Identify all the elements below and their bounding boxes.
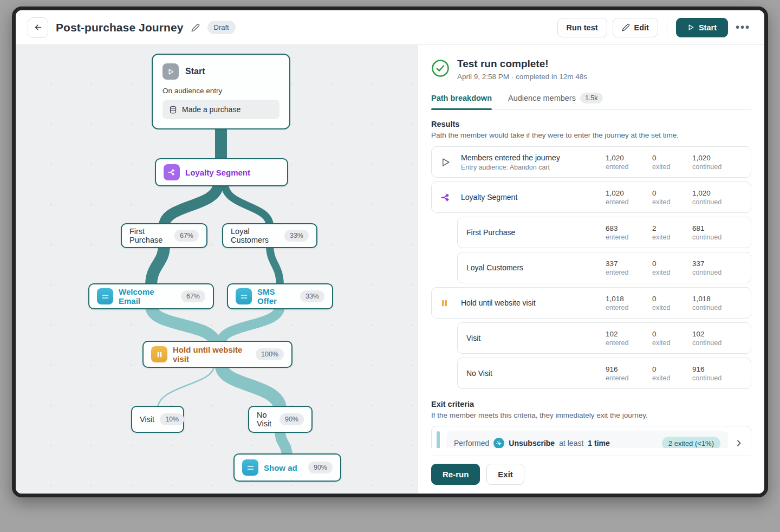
exit-button[interactable]: Exit [486, 464, 524, 485]
continued-value: 1,018 [692, 295, 742, 303]
action-icon [97, 288, 113, 304]
exit-rule: Performed Unsubscribe at least 1 time 2 … [446, 431, 728, 448]
entered-value: 1,020 [606, 189, 652, 197]
rerun-button[interactable]: Re-run [431, 464, 480, 485]
result-row-first-purchase[interactable]: First Purchase 683entered 2exited 681con… [457, 217, 751, 248]
percent-badge: 67% [174, 230, 199, 242]
continued-value: 102 [692, 330, 742, 338]
exited-value: 0 [652, 330, 692, 338]
database-icon [169, 106, 177, 114]
exit-criteria-section: Exit criteria If the member meets this c… [431, 400, 751, 448]
exited-value: 0 [652, 365, 692, 373]
continued-label: continued [692, 339, 742, 347]
panel-tabs: Path breakdown Audience members 1.5k [431, 93, 751, 110]
exited-value: 0 [652, 189, 692, 197]
results-section[interactable]: Results Path the member would take if th… [431, 120, 751, 448]
entered-label: entered [606, 339, 652, 347]
edit-button[interactable]: Edit [613, 18, 658, 37]
entered-label: entered [606, 269, 652, 276]
run-test-button[interactable]: Run test [557, 18, 607, 37]
exit-criteria-description: If the member meets this criteria, they … [431, 411, 751, 419]
chevron-right-icon[interactable] [734, 439, 743, 447]
exited-value: 0 [652, 295, 692, 303]
result-row-members-entered[interactable]: Members entered the journey Entry audien… [431, 146, 751, 178]
continued-value: 337 [692, 259, 742, 268]
row-title: Visit [466, 334, 480, 342]
continued-value: 1,020 [692, 189, 742, 197]
rename-icon[interactable] [191, 23, 200, 32]
pause-icon [151, 346, 167, 362]
percent-badge: 100% [256, 348, 284, 360]
continued-label: continued [692, 374, 742, 382]
exited-value: 0 [652, 154, 692, 162]
panel-footer: Re-run Exit [431, 456, 751, 485]
exit-criteria-heading: Exit criteria [431, 400, 751, 408]
node-loyal-customers[interactable]: Loyal Customers 33% [222, 223, 317, 248]
entered-label: entered [606, 374, 652, 382]
entered-label: entered [606, 304, 652, 312]
test-run-panel: Test run complete! April 9, 2:58 PM · co… [418, 45, 764, 494]
node-sms-offer[interactable]: SMS Offer 33% [227, 283, 333, 309]
node-label: Visit [140, 415, 154, 424]
percent-badge: 90% [308, 462, 333, 473]
node-show-ad[interactable]: Show ad 90% [233, 453, 341, 482]
audience-count-badge: 1.5k [580, 93, 603, 103]
node-loyalty-segment[interactable]: Loyalty Segment [155, 158, 288, 186]
tab-label: Audience members [508, 94, 576, 102]
start-node-condition[interactable]: Made a purchase [162, 100, 280, 119]
percent-badge: 10% [160, 413, 184, 425]
start-node-subtitle: On audience entry [162, 87, 280, 95]
exited-label: exited [652, 269, 692, 276]
start-play-icon [687, 24, 694, 31]
pause-icon [440, 299, 454, 307]
node-hold-until-website-visit[interactable]: Hold until website visit 100% [142, 341, 292, 368]
result-row-visit[interactable]: Visit 102entered 0exited 102continued [457, 322, 751, 354]
edit-label: Edit [634, 23, 649, 32]
row-subtitle: Entry audience: Abandon cart [461, 164, 560, 171]
node-label: Loyalty Segment [185, 168, 250, 177]
node-label: Welcome Email [119, 287, 176, 306]
test-run-title: Test run complete! [457, 58, 587, 70]
start-condition-label: Made a purchase [182, 105, 240, 114]
edit-pencil-icon [622, 23, 630, 31]
node-no-visit[interactable]: No Visit 90% [248, 406, 313, 433]
node-welcome-email[interactable]: Welcome Email 67% [88, 283, 214, 309]
action-icon [242, 459, 258, 476]
tab-path-breakdown[interactable]: Path breakdown [431, 93, 492, 109]
node-label: No Visit [257, 411, 274, 428]
node-start[interactable]: Start On audience entry Made a purchase [152, 54, 290, 129]
result-row-loyalty-segment[interactable]: Loyalty Segment 1,020entered 0exited 1,0… [431, 181, 751, 213]
entered-value: 683 [606, 224, 652, 232]
status-badge: Draft [207, 21, 236, 34]
event-name: Unsubscribe [509, 439, 555, 447]
tab-audience-members[interactable]: Audience members 1.5k [508, 93, 603, 109]
more-menu-button[interactable]: ••• [733, 21, 752, 34]
rerun-label: Re-run [443, 470, 469, 479]
entered-label: entered [606, 233, 652, 241]
segment-split-icon [164, 164, 180, 180]
node-label: Hold until website visit [173, 345, 250, 364]
app-window: Post-purchase Journey Draft Run test Edi… [12, 7, 768, 497]
journey-canvas[interactable]: Start On audience entry Made a purchase … [16, 45, 418, 494]
condition-value: 1 time [588, 439, 609, 447]
row-title: Members entered the journey [461, 153, 560, 162]
continued-label: continued [692, 163, 742, 171]
start-button[interactable]: Start [676, 18, 728, 37]
result-row-hold[interactable]: Hold until website visit 1,018entered 0e… [431, 287, 751, 319]
node-first-purchase[interactable]: First Purchase 67% [121, 223, 207, 248]
segment-split-icon [440, 192, 454, 203]
continued-value: 681 [692, 224, 742, 232]
result-row-loyal-customers[interactable]: Loyal Customers 337entered 0exited 337co… [457, 252, 751, 283]
results-heading: Results [431, 120, 751, 128]
entered-value: 337 [606, 259, 652, 268]
percent-badge: 33% [300, 290, 324, 302]
header-divider [667, 20, 667, 36]
result-row-no-visit[interactable]: No Visit 916entered 0exited 916continued [457, 358, 751, 389]
back-arrow-icon [34, 23, 43, 32]
node-visit[interactable]: Visit 10% [131, 406, 184, 433]
success-check-icon [431, 59, 450, 77]
exit-criteria-card[interactable]: Performed Unsubscribe at least 1 time 2 … [431, 426, 751, 448]
back-button[interactable] [28, 17, 48, 38]
run-test-label: Run test [567, 23, 598, 32]
continued-label: continued [692, 269, 742, 276]
